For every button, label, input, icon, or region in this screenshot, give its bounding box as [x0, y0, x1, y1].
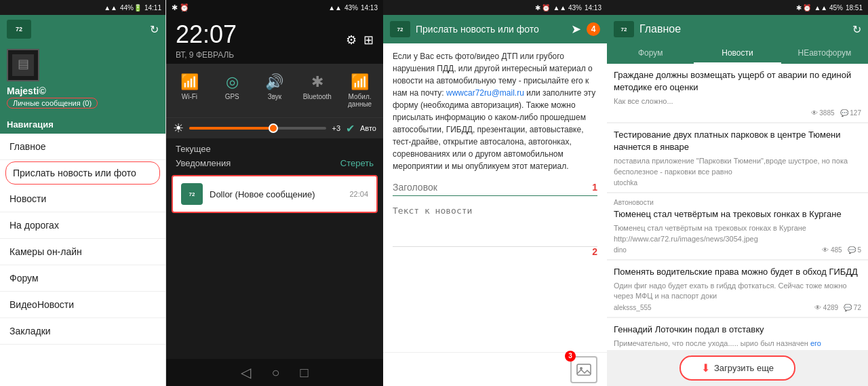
load-more-button[interactable]: ⬇ Загрузить еще: [679, 355, 795, 381]
gps-icon: ◎: [226, 73, 239, 91]
news-headline-2: Тестирование двух платных парковок в цен…: [614, 129, 861, 153]
field-number-1: 1: [592, 182, 597, 193]
news-headline-1: Граждане должны возмещать ущерб от авари…: [614, 69, 861, 94]
comments-1: 💬 127: [840, 109, 861, 117]
nav-item-prislatnovost[interactable]: Прислать новость или фото: [5, 161, 160, 185]
bluetooth-label: Bluetooth: [303, 93, 332, 100]
app-header-4: 72 Главное ↻: [607, 15, 868, 43]
views-3: 👁 485: [822, 246, 842, 254]
avatar: ▤: [7, 49, 39, 81]
tab-news[interactable]: Новости: [694, 43, 781, 64]
panel4-footer: ⬇ Загрузить еще: [607, 350, 868, 386]
sound-label: Звук: [268, 93, 282, 100]
news-item-2[interactable]: Тестирование двух платных парковок в цен…: [607, 123, 868, 192]
brightness-icon: ☀: [173, 121, 184, 136]
time-2: 14:13: [361, 4, 378, 12]
panel-submit-news: ✱ ⏰ ▲▲ 43% 14:13 72 Прислать новость или…: [383, 0, 607, 386]
field-number-2: 2: [592, 246, 597, 257]
email-link[interactable]: wwwcar72ru@mail.ru: [446, 88, 524, 98]
settings-icon[interactable]: ⚙: [346, 33, 357, 47]
load-icon: ⬇: [701, 362, 710, 374]
news-preview-5: Примечательно, что после ухода..... ырио…: [614, 339, 861, 350]
panel3-title: Прислать новость или фото: [416, 24, 566, 35]
nav-item-videonovosti[interactable]: ВидеоНовости: [0, 292, 165, 318]
big-clock: 22:07: [176, 20, 237, 49]
news-item-1[interactable]: Граждане должны возмещать ущерб от авари…: [607, 64, 868, 122]
news-item-5[interactable]: Геннадий Лоточкин подал в отставку Приме…: [607, 318, 868, 350]
big-time-section: 22:07 ВТ, 9 ФЕВРАЛЬ ⚙ ⊞: [166, 15, 383, 64]
panel2-empty-area: [166, 216, 383, 359]
toggle-data[interactable]: 📶 Мобил. данные: [339, 69, 380, 112]
title-field-row: 1: [393, 179, 597, 196]
signal-icon-2: ▲▲: [328, 4, 342, 12]
title-input[interactable]: [393, 179, 588, 195]
upload-icon: [576, 362, 592, 378]
article-link[interactable]: его заместитель Александр Лиханов,: [614, 339, 821, 350]
signal-icon: ▲▲: [104, 4, 117, 12]
panel-navigation: ▲▲ 44%🔋 14:11 72 ↻ ▤ Majesti© Личные соо…: [0, 0, 166, 386]
tab-neavtoforum[interactable]: НЕавтофорум: [781, 43, 868, 64]
news-preview-2: поставила приложение "Парковки Тюмени",в…: [614, 156, 861, 177]
nav-item-novosti[interactable]: Новости: [0, 186, 165, 212]
username: Majesti©: [7, 85, 159, 96]
brightness-slider[interactable]: [189, 127, 326, 130]
bt-icon-4: ✱ ⏰: [796, 4, 812, 12]
notification-card[interactable]: 72 Dollor (Новое сообщение) 22:04: [172, 175, 378, 213]
toggle-wifi[interactable]: 📶 Wi-Fi: [169, 69, 210, 112]
nav-item-zakladki[interactable]: Закладки: [0, 318, 165, 345]
status-icons-2: ▲▲ 43% 14:13: [328, 4, 378, 12]
views-1: 👁 3885: [811, 109, 835, 117]
app-logo-3: 72: [390, 21, 410, 37]
comments-4: 💬 72: [844, 304, 861, 311]
refresh-icon-4[interactable]: ↻: [852, 23, 861, 36]
upload-photo-button[interactable]: [570, 356, 597, 383]
toggle-sound[interactable]: 🔊 Звук: [254, 69, 296, 112]
news-item-4[interactable]: Поменять водительские права можно будет …: [607, 260, 868, 317]
news-stats-4: 👁 4289 💬 72: [814, 304, 861, 311]
news-meta-3: dino 👁 485 💬 5: [614, 246, 861, 254]
news-text-row: 2: [393, 203, 597, 247]
news-author-2: utochka: [614, 179, 637, 187]
wifi-icon: 📶: [180, 73, 199, 91]
news-text-input[interactable]: [393, 203, 597, 244]
toggle-gps[interactable]: ◎ GPS: [212, 69, 253, 112]
news-headline-5: Геннадий Лоточкин подал в отставку: [614, 324, 861, 336]
refresh-icon-1[interactable]: ↻: [150, 23, 159, 36]
gps-label: GPS: [225, 93, 239, 100]
user-section: ▤ Majesti© Личные сообщения (0): [0, 43, 165, 115]
nav-item-kamery[interactable]: Камеры он-лайн: [0, 239, 165, 265]
notification-time: 22:04: [349, 190, 368, 198]
panel-news-feed: ✱ ⏰ ▲▲ 45% 18:51 72 Главное ↻ Форум Ново…: [607, 0, 868, 386]
step-badge-4: 4: [587, 22, 600, 36]
nav-item-na-dorogah[interactable]: На дорогах: [0, 212, 165, 239]
clear-button[interactable]: Стереть: [340, 158, 374, 168]
news-item-3[interactable]: Автоновости Тюменец стал четвёртым на тр…: [607, 193, 868, 259]
quick-toggles: 📶 Wi-Fi ◎ GPS 🔊 Звук ✱ Bluetooth 📶 Мобил…: [166, 64, 383, 117]
status-bar-3: ✱ ⏰ ▲▲ 43% 14:13: [383, 0, 607, 15]
recents-button[interactable]: □: [300, 365, 309, 381]
nav-items-list: Главное Прислать новость или фото Новост…: [0, 134, 165, 386]
news-list: Граждане должны возмещать ущерб от авари…: [607, 64, 868, 350]
home-button[interactable]: ○: [271, 365, 279, 381]
nav-section-title: Навигация: [0, 115, 165, 134]
tab-forum[interactable]: Форум: [607, 43, 694, 64]
news-author-4: aleksss_555: [614, 304, 652, 311]
toggle-bluetooth[interactable]: ✱ Bluetooth: [296, 69, 338, 112]
status-bar-2: ✱ ⏰ ▲▲ 43% 14:13: [166, 0, 383, 15]
send-icon[interactable]: ➤: [571, 22, 581, 37]
news-meta-1: 👁 3885 💬 127: [614, 109, 861, 117]
nav-item-forum[interactable]: Форум: [0, 265, 165, 292]
time-4: 18:51: [846, 4, 863, 12]
messages-badge[interactable]: Личные сообщения (0): [7, 98, 98, 109]
back-button[interactable]: ◁: [241, 364, 251, 381]
notif-app-text: 72: [189, 191, 195, 197]
bt-icon-3: ✱ ⏰: [535, 4, 551, 12]
battery-icon: 44%🔋: [120, 4, 142, 12]
data-icon: 📶: [351, 73, 369, 91]
upload-btn-wrapper: 3: [570, 356, 597, 383]
grid-icon[interactable]: ⊞: [363, 33, 374, 47]
nav-item-glavnoe[interactable]: Главное: [0, 134, 165, 160]
news-meta-4: aleksss_555 👁 4289 💬 72: [614, 304, 861, 311]
form-description: Если у Вас есть фото/видео ДТП или грубо…: [393, 50, 597, 172]
auto-label: Авто: [360, 124, 376, 132]
